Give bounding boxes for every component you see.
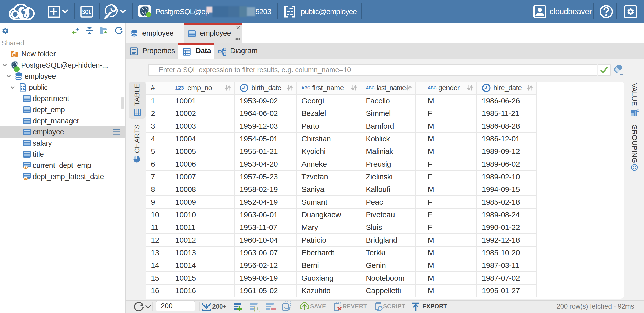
- svg-text:123: 123: [175, 85, 184, 91]
- svg-text:SQL: SQL: [82, 8, 91, 15]
- svg-text:ABC: ABC: [366, 86, 375, 90]
- svg-text:(+): (+): [254, 305, 260, 312]
- svg-text:ABC: ABC: [428, 86, 437, 90]
- svg-text:ABC: ABC: [301, 86, 310, 90]
